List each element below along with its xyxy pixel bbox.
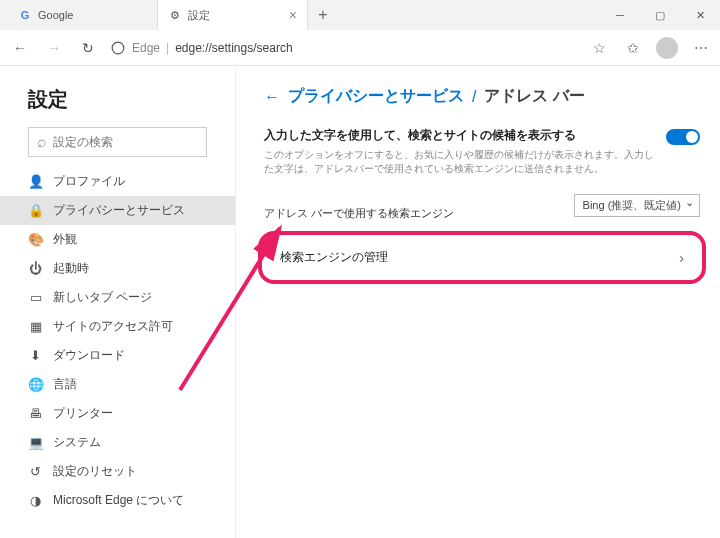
address-url: edge://settings/search — [175, 41, 292, 55]
search-icon: ⌕ — [37, 133, 47, 151]
sidebar-item-lang[interactable]: 🌐言語 — [0, 370, 235, 399]
search-engine-label: アドレス バーで使用する検索エンジン — [264, 206, 454, 221]
printer-icon: 🖶 — [28, 406, 43, 421]
tab-strip: G Google ⚙ 設定 × + — [0, 0, 600, 30]
reset-icon: ↺ — [28, 464, 43, 479]
address-prefix: Edge — [132, 41, 160, 55]
sidebar-item-label: プロファイル — [53, 173, 125, 190]
back-button[interactable]: ← — [8, 36, 32, 60]
settings-main: ← プライバシーとサービス / アドレス バー 入力した文字を使用して、検索とサ… — [236, 66, 720, 538]
titlebar: G Google ⚙ 設定 × + ─ ▢ ✕ — [0, 0, 720, 30]
breadcrumb-back-icon[interactable]: ← — [264, 88, 280, 106]
manage-search-engines-label: 検索エンジンの管理 — [280, 249, 388, 266]
breadcrumb-link[interactable]: プライバシーとサービス — [288, 86, 464, 107]
edge-icon: ◑ — [28, 493, 43, 508]
chevron-right-icon: › — [679, 250, 684, 266]
sidebar-item-label: 外観 — [53, 231, 77, 248]
tab-title: 設定 — [188, 8, 283, 23]
sidebar-item-label: プライバシーとサービス — [53, 202, 185, 219]
paint-icon: 🎨 — [28, 232, 43, 247]
breadcrumb: ← プライバシーとサービス / アドレス バー — [264, 86, 720, 107]
profile-avatar[interactable] — [656, 37, 678, 59]
sidebar-item-label: 起動時 — [53, 260, 89, 277]
sidebar-item-label: システム — [53, 434, 101, 451]
settings-search-input[interactable] — [53, 135, 203, 149]
tab-settings[interactable]: ⚙ 設定 × — [158, 0, 308, 30]
favorite-icon[interactable]: ☆ — [588, 37, 610, 59]
sidebar-item-system[interactable]: 💻システム — [0, 428, 235, 457]
sidebar-item-paint[interactable]: 🎨外観 — [0, 225, 235, 254]
sidebar-item-label: 新しいタブ ページ — [53, 289, 152, 306]
sidebar-item-label: プリンター — [53, 405, 113, 422]
download-icon: ⬇ — [28, 348, 43, 363]
sidebar-item-site[interactable]: ▦サイトのアクセス許可 — [0, 312, 235, 341]
sidebar-item-download[interactable]: ⬇ダウンロード — [0, 341, 235, 370]
refresh-button[interactable]: ↻ — [76, 36, 100, 60]
sidebar-item-label: サイトのアクセス許可 — [53, 318, 173, 335]
address-bar[interactable]: Edge | edge://settings/search — [110, 40, 578, 56]
content: 設定 ⌕ 👤プロファイル🔒プライバシーとサービス🎨外観⏻起動時▭新しいタブ ペー… — [0, 66, 720, 538]
lock-icon: 🔒 — [28, 203, 43, 218]
sidebar-item-lock[interactable]: 🔒プライバシーとサービス — [0, 196, 235, 225]
edge-icon — [110, 40, 126, 56]
system-icon: 💻 — [28, 435, 43, 450]
sidebar-item-label: Microsoft Edge について — [53, 492, 184, 509]
sidebar-item-person[interactable]: 👤プロファイル — [0, 167, 235, 196]
sidebar-item-reset[interactable]: ↺設定のリセット — [0, 457, 235, 486]
site-icon: ▦ — [28, 319, 43, 334]
sidebar-item-power[interactable]: ⏻起動時 — [0, 254, 235, 283]
minimize-button[interactable]: ─ — [600, 0, 640, 30]
new-tab-button[interactable]: + — [308, 0, 338, 30]
setting-title: 入力した文字を使用して、検索とサイトの候補を表示する — [264, 127, 666, 144]
search-engine-setting: アドレス バーで使用する検索エンジン Bing (推奨、既定値) — [264, 190, 720, 221]
tab-icon: ▭ — [28, 290, 43, 305]
sidebar-item-tab[interactable]: ▭新しいタブ ページ — [0, 283, 235, 312]
gear-icon: ⚙ — [168, 8, 182, 22]
suggestions-setting: 入力した文字を使用して、検索とサイトの候補を表示する このオプションをオフにする… — [264, 127, 720, 176]
tab-title: Google — [38, 9, 147, 21]
sidebar-item-printer[interactable]: 🖶プリンター — [0, 399, 235, 428]
suggestions-toggle[interactable] — [666, 129, 700, 145]
sidebar-item-edge[interactable]: ◑Microsoft Edge について — [0, 486, 235, 515]
power-icon: ⏻ — [28, 261, 43, 276]
google-favicon-icon: G — [18, 8, 32, 22]
lang-icon: 🌐 — [28, 377, 43, 392]
sidebar-item-label: ダウンロード — [53, 347, 125, 364]
manage-search-engines-button[interactable]: 検索エンジンの管理 › — [258, 231, 706, 284]
settings-heading: 設定 — [0, 82, 235, 127]
breadcrumb-current: アドレス バー — [484, 86, 584, 107]
close-button[interactable]: ✕ — [680, 0, 720, 30]
svg-point-0 — [112, 42, 124, 54]
forward-button[interactable]: → — [42, 36, 66, 60]
maximize-button[interactable]: ▢ — [640, 0, 680, 30]
sidebar-item-label: 設定のリセット — [53, 463, 137, 480]
settings-sidebar: 設定 ⌕ 👤プロファイル🔒プライバシーとサービス🎨外観⏻起動時▭新しいタブ ペー… — [0, 66, 236, 538]
favorites-list-icon[interactable]: ✩ — [622, 37, 644, 59]
close-icon[interactable]: × — [289, 7, 297, 23]
tab-google[interactable]: G Google — [8, 0, 158, 30]
setting-description: このオプションをオフにすると、お気に入りや履歴の候補だけが表示されます。入力した… — [264, 148, 666, 176]
window-controls: ─ ▢ ✕ — [600, 0, 720, 30]
sidebar-item-label: 言語 — [53, 376, 77, 393]
menu-icon[interactable]: ⋯ — [690, 37, 712, 59]
settings-search[interactable]: ⌕ — [28, 127, 207, 157]
toolbar: ← → ↻ Edge | edge://settings/search ☆ ✩ … — [0, 30, 720, 66]
search-engine-select[interactable]: Bing (推奨、既定値) — [574, 194, 700, 217]
person-icon: 👤 — [28, 174, 43, 189]
